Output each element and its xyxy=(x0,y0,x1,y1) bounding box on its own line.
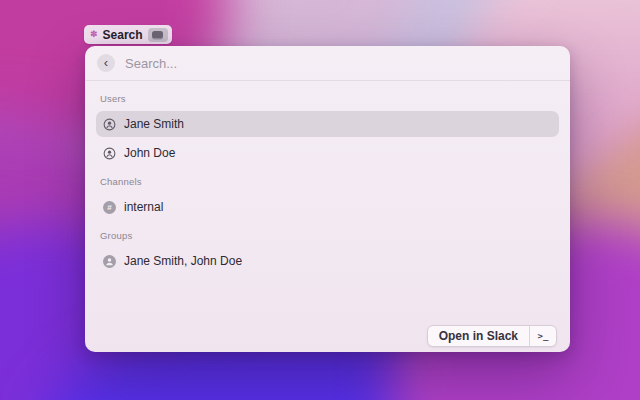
menubar-pill-label: Search xyxy=(103,28,143,42)
hash-circle-icon: # xyxy=(103,201,116,214)
app-logo-icon: ✽ xyxy=(90,30,98,39)
enter-key-badge: >_ xyxy=(530,326,556,346)
people-circle-icon xyxy=(103,255,116,268)
hotkey-badge xyxy=(148,28,168,42)
person-circle-icon xyxy=(103,118,116,131)
person-circle-icon xyxy=(103,147,116,160)
result-label: Jane Smith, John Doe xyxy=(124,254,242,268)
result-label: Jane Smith xyxy=(124,117,184,131)
search-panel: ‹ Users Jane Smith xyxy=(85,46,570,352)
menubar-search-pill[interactable]: ✽ Search xyxy=(84,25,172,44)
search-input[interactable] xyxy=(125,56,558,71)
open-in-slack-label: Open in Slack xyxy=(428,326,529,346)
row-group-jane-smith-john-doe[interactable]: Jane Smith, John Doe xyxy=(96,248,559,274)
chevron-left-icon: ‹ xyxy=(104,56,108,69)
search-bar: ‹ xyxy=(85,46,570,81)
open-in-slack-button[interactable]: Open in Slack >_ xyxy=(427,325,557,347)
section-label-users: Users xyxy=(100,93,559,104)
hotkey-key-icon xyxy=(152,31,163,38)
result-label: John Doe xyxy=(124,146,175,160)
row-user-jane-smith[interactable]: Jane Smith xyxy=(96,111,559,137)
section-label-groups: Groups xyxy=(100,230,559,241)
results-list: Users Jane Smith John Doe Chann xyxy=(85,81,570,274)
result-label: internal xyxy=(124,200,163,214)
section-label-channels: Channels xyxy=(100,176,559,187)
row-channel-internal[interactable]: # internal xyxy=(96,194,559,220)
back-button[interactable]: ‹ xyxy=(97,54,115,72)
row-user-john-doe[interactable]: John Doe xyxy=(96,140,559,166)
